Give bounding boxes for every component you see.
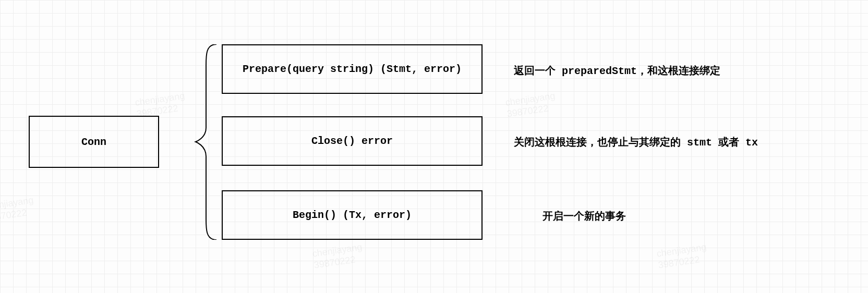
method-signature: Close() error <box>311 135 393 147</box>
method-signature: Prepare(query string) (Stmt, error) <box>243 63 462 75</box>
watermark: chenjiayang 39870222 <box>311 242 364 271</box>
method-box-prepare: Prepare(query string) (Stmt, error) <box>222 44 483 94</box>
curly-brace-icon <box>190 44 222 240</box>
method-desc-begin: 开启一个新的事务 <box>542 209 626 223</box>
method-box-close: Close() error <box>222 116 483 166</box>
method-box-begin: Begin() (Tx, error) <box>222 190 483 240</box>
watermark: chenjiayang 39870222 <box>504 91 557 120</box>
root-box-conn: Conn <box>29 116 159 168</box>
method-desc-close: 关闭这根根连接，也停止与其绑定的 stmt 或者 tx <box>514 135 758 149</box>
watermark: chenjiayang 39870222 <box>656 242 708 271</box>
root-label: Conn <box>81 136 106 148</box>
method-desc-prepare: 返回一个 preparedStmt，和这根连接绑定 <box>514 64 720 78</box>
method-signature: Begin() (Tx, error) <box>293 209 412 221</box>
watermark: chenjiayang 39870222 <box>0 195 36 224</box>
